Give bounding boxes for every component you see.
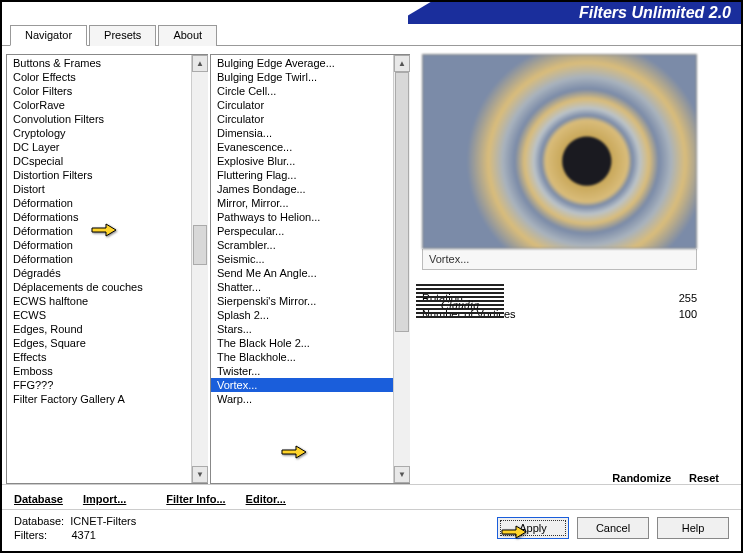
list-item[interactable]: Shatter... bbox=[211, 280, 410, 294]
list-item[interactable]: Perspecular... bbox=[211, 224, 410, 238]
app-title: Filters Unlimited 2.0 bbox=[579, 4, 731, 22]
list-item[interactable]: ECWS halftone bbox=[7, 294, 208, 308]
cancel-button[interactable]: Cancel bbox=[577, 517, 649, 539]
list-item[interactable]: Edges, Square bbox=[7, 336, 208, 350]
list-item[interactable]: Edges, Round bbox=[7, 322, 208, 336]
list-item[interactable]: Stars... bbox=[211, 322, 410, 336]
list-item[interactable]: Splash 2... bbox=[211, 308, 410, 322]
list-item[interactable]: James Bondage... bbox=[211, 182, 410, 196]
help-button[interactable]: Help bbox=[657, 517, 729, 539]
scroll-up-icon[interactable]: ▲ bbox=[394, 55, 410, 72]
list-item[interactable]: Color Filters bbox=[7, 84, 208, 98]
param-row: Rotation 255 bbox=[422, 290, 697, 306]
filter-info-button[interactable]: Filter Info... bbox=[166, 493, 225, 505]
list-item[interactable]: Distort bbox=[7, 182, 208, 196]
category-listbox[interactable]: Buttons & FramesColor EffectsColor Filte… bbox=[6, 54, 208, 484]
editor-button[interactable]: Editor... bbox=[246, 493, 286, 505]
preview-image bbox=[422, 54, 697, 249]
list-item[interactable]: Buttons & Frames bbox=[7, 56, 208, 70]
list-item[interactable]: Convolution Filters bbox=[7, 112, 208, 126]
scroll-down-icon[interactable]: ▼ bbox=[394, 466, 410, 483]
list-item[interactable]: ECWS bbox=[7, 308, 208, 322]
list-item[interactable]: Bulging Edge Average... bbox=[211, 56, 410, 70]
toolbar: Database Import... Filter Info... Editor… bbox=[2, 484, 741, 509]
list-item[interactable]: DC Layer bbox=[7, 140, 208, 154]
list-item[interactable]: Cryptology bbox=[7, 126, 208, 140]
list-item[interactable]: Send Me An Angle... bbox=[211, 266, 410, 280]
list-item[interactable]: Déplacements de couches bbox=[7, 280, 208, 294]
randomize-button[interactable]: Randomize bbox=[612, 472, 671, 484]
list-item[interactable]: Explosive Blur... bbox=[211, 154, 410, 168]
list-item[interactable]: The Black Hole 2... bbox=[211, 336, 410, 350]
list-item[interactable]: Filter Factory Gallery A bbox=[7, 392, 208, 406]
database-button[interactable]: Database bbox=[14, 493, 63, 505]
list-item[interactable]: Circulator bbox=[211, 112, 410, 126]
list-item[interactable]: DCspecial bbox=[7, 154, 208, 168]
list-item[interactable]: Déformations bbox=[7, 210, 208, 224]
scroll-down-icon[interactable]: ▼ bbox=[192, 466, 208, 483]
list-item[interactable]: Vortex... bbox=[211, 378, 410, 392]
list-item[interactable]: Effects bbox=[7, 350, 208, 364]
list-item[interactable]: Sierpenski's Mirror... bbox=[211, 294, 410, 308]
list-item[interactable]: Distortion Filters bbox=[7, 168, 208, 182]
list-item[interactable]: Scrambler... bbox=[211, 238, 410, 252]
tab-presets[interactable]: Presets bbox=[89, 25, 156, 46]
list-item[interactable]: Pathways to Helion... bbox=[211, 210, 410, 224]
param-value: 100 bbox=[679, 308, 697, 320]
category-scrollbar[interactable]: ▲ ▼ bbox=[191, 55, 208, 483]
title-bar: Filters Unlimited 2.0 bbox=[2, 2, 741, 24]
list-item[interactable]: Déformation bbox=[7, 196, 208, 210]
tab-navigator[interactable]: Navigator bbox=[10, 25, 87, 46]
import-button[interactable]: Import... bbox=[83, 493, 126, 505]
list-item[interactable]: The Blackhole... bbox=[211, 350, 410, 364]
tab-strip: Navigator Presets About bbox=[2, 24, 741, 46]
list-item[interactable]: Twister... bbox=[211, 364, 410, 378]
list-item[interactable]: FFG??? bbox=[7, 378, 208, 392]
status-bar: Database: ICNET-Filters Filters: 4371 bbox=[14, 514, 136, 542]
parameters-panel: Rotation 255 Number of Vortices 100 bbox=[422, 290, 697, 322]
scroll-thumb[interactable] bbox=[395, 72, 409, 332]
list-item[interactable]: Seismic... bbox=[211, 252, 410, 266]
selected-filter-name: Vortex... bbox=[422, 249, 697, 270]
scroll-up-icon[interactable]: ▲ bbox=[192, 55, 208, 72]
list-item[interactable]: Warp... bbox=[211, 392, 410, 406]
list-item[interactable]: Dégradés bbox=[7, 266, 208, 280]
list-item[interactable]: Dimensia... bbox=[211, 126, 410, 140]
list-item[interactable]: Déformation bbox=[7, 252, 208, 266]
param-label: Rotation bbox=[422, 292, 463, 304]
list-item[interactable]: ColorRave bbox=[7, 98, 208, 112]
param-row: Number of Vortices 100 bbox=[422, 306, 697, 322]
footer: Database: ICNET-Filters Filters: 4371 Ap… bbox=[2, 509, 741, 546]
list-item[interactable]: Déformation bbox=[7, 238, 208, 252]
param-label: Number of Vortices bbox=[422, 308, 516, 320]
tab-about[interactable]: About bbox=[158, 25, 217, 46]
list-item[interactable]: Fluttering Flag... bbox=[211, 168, 410, 182]
list-item[interactable]: Déformation bbox=[7, 224, 208, 238]
list-item[interactable]: Bulging Edge Twirl... bbox=[211, 70, 410, 84]
filter-listbox[interactable]: Bulging Edge Average...Bulging Edge Twir… bbox=[210, 54, 410, 484]
scroll-thumb[interactable] bbox=[193, 225, 207, 265]
filter-scrollbar[interactable]: ▲ ▼ bbox=[393, 55, 410, 483]
list-item[interactable]: Color Effects bbox=[7, 70, 208, 84]
apply-button[interactable]: Apply bbox=[497, 517, 569, 539]
list-item[interactable]: Emboss bbox=[7, 364, 208, 378]
list-item[interactable]: Circulator bbox=[211, 98, 410, 112]
list-item[interactable]: Mirror, Mirror... bbox=[211, 196, 410, 210]
param-value: 255 bbox=[679, 292, 697, 304]
reset-button[interactable]: Reset bbox=[689, 472, 719, 484]
list-item[interactable]: Circle Cell... bbox=[211, 84, 410, 98]
list-item[interactable]: Evanescence... bbox=[211, 140, 410, 154]
